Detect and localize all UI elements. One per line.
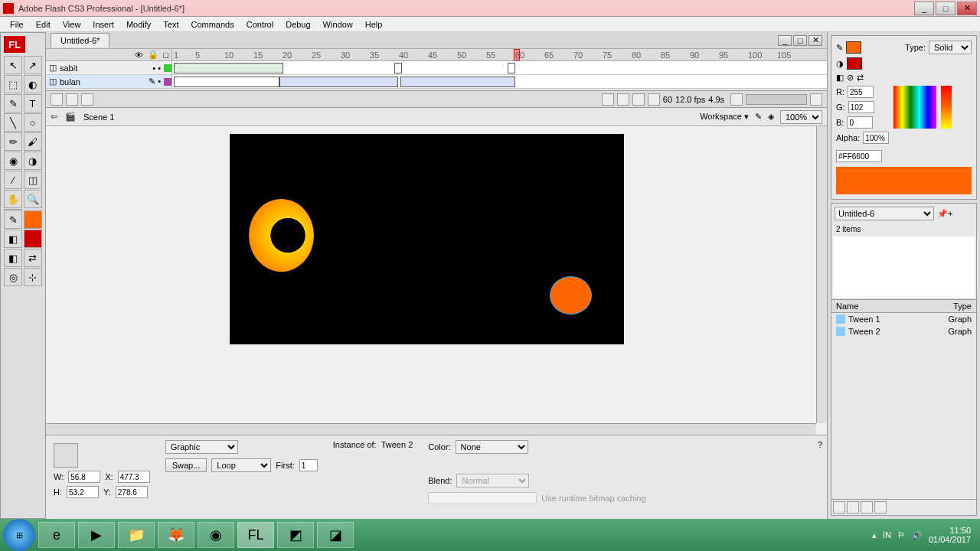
flash-taskbar-icon[interactable]: FL: [237, 522, 274, 548]
lock-icon[interactable]: 🔒: [148, 50, 158, 60]
menu-view[interactable]: View: [57, 18, 87, 31]
app-icon[interactable]: ◪: [317, 522, 354, 548]
zoom-tool[interactable]: 🔍: [24, 190, 42, 208]
layer-name[interactable]: bulan: [60, 77, 80, 86]
ie-icon[interactable]: e: [38, 522, 75, 548]
keyframe[interactable]: [508, 63, 515, 73]
scene-name[interactable]: Scene 1: [83, 112, 114, 122]
fill-color-swatch[interactable]: [847, 57, 862, 70]
stroke-swatch[interactable]: [24, 210, 42, 229]
close-button[interactable]: ✕: [957, 2, 977, 15]
app-icon[interactable]: ◩: [277, 522, 314, 548]
stroke-color-swatch[interactable]: [846, 41, 861, 54]
frames-track[interactable]: [172, 75, 827, 88]
menu-debug[interactable]: Debug: [280, 18, 315, 31]
vertical-scrollbar[interactable]: [816, 126, 827, 423]
doc-restore[interactable]: □: [793, 35, 807, 46]
menu-modify[interactable]: Modify: [121, 18, 156, 31]
outline-icon[interactable]: □: [163, 51, 168, 60]
bucket-icon[interactable]: ◑: [836, 59, 844, 69]
menu-file[interactable]: File: [5, 18, 29, 31]
snap-icon[interactable]: ◎: [4, 268, 22, 286]
scroll-left-icon[interactable]: [730, 93, 743, 106]
lasso-tool[interactable]: ◐: [24, 75, 42, 93]
black-white-icon[interactable]: ◧: [4, 249, 22, 267]
frame-ruler[interactable]: 1 5 10 15 20 25 30 35 40 45 50 55 60 65 …: [172, 49, 827, 60]
delete-layer-icon[interactable]: [81, 93, 93, 106]
pen-tool[interactable]: ✎: [4, 94, 22, 112]
color-effect-select[interactable]: None: [456, 440, 528, 454]
flag-icon[interactable]: 🏳: [897, 530, 906, 540]
blend-select[interactable]: Normal: [456, 474, 529, 487]
menu-edit[interactable]: Edit: [31, 18, 56, 31]
swap-button[interactable]: Swap...: [165, 458, 207, 472]
document-tab[interactable]: Untitled-6*: [51, 33, 109, 47]
free-transform-tool[interactable]: ⬚: [4, 75, 22, 93]
hand-tool[interactable]: ✋: [4, 190, 22, 208]
symbol-type-select[interactable]: Graphic: [165, 440, 238, 454]
eraser-tool[interactable]: ◫: [24, 171, 42, 189]
start-button[interactable]: ⊞: [3, 519, 35, 551]
horizontal-scrollbar[interactable]: [46, 423, 816, 435]
x-input[interactable]: [118, 471, 150, 483]
tween-span[interactable]: [400, 77, 515, 87]
tween-span[interactable]: [174, 63, 283, 73]
frames-track[interactable]: [172, 61, 827, 74]
scroll-right-icon[interactable]: [810, 93, 822, 106]
alpha-input[interactable]: [863, 132, 889, 144]
clock[interactable]: 11:50 01/04/2017: [929, 526, 971, 544]
menu-window[interactable]: Window: [318, 18, 358, 31]
text-tool[interactable]: T: [24, 94, 42, 112]
hue-slider[interactable]: [941, 86, 952, 129]
stage[interactable]: [230, 134, 624, 344]
selected-instance[interactable]: [550, 276, 592, 315]
pencil-icon[interactable]: ✎: [836, 43, 843, 53]
brush-tool[interactable]: 🖌: [24, 132, 42, 151]
runtime-checkbox[interactable]: [428, 492, 537, 504]
swap-colors-icon[interactable]: ⇄: [24, 249, 42, 267]
b-input[interactable]: [847, 116, 873, 129]
menu-insert[interactable]: Insert: [87, 18, 119, 31]
layer-row[interactable]: ◫ bulan ✎ •: [46, 75, 827, 89]
pin-icon[interactable]: 📌: [937, 209, 948, 219]
layer-name[interactable]: sabit: [60, 64, 77, 73]
hex-input[interactable]: [836, 150, 882, 162]
color-spectrum[interactable]: [893, 86, 936, 129]
g-input[interactable]: [848, 101, 874, 113]
new-folder-icon[interactable]: [66, 93, 78, 106]
frame-span[interactable]: [174, 77, 279, 87]
new-layer-icon[interactable]: [51, 93, 63, 106]
doc-close[interactable]: ✕: [808, 35, 822, 46]
back-icon[interactable]: ⇦: [51, 112, 57, 122]
volume-icon[interactable]: 🔊: [912, 530, 923, 540]
new-folder-icon[interactable]: [847, 501, 859, 514]
fill-type-select[interactable]: Solid: [929, 41, 972, 54]
name-header[interactable]: Name: [836, 302, 953, 311]
fill-swatch[interactable]: [24, 230, 42, 248]
straighten-icon[interactable]: ⊹: [24, 268, 42, 286]
stroke-color[interactable]: ✎: [4, 210, 22, 229]
eye-icon[interactable]: 👁: [135, 51, 143, 60]
keyframe[interactable]: [394, 63, 402, 73]
onion-skin-icon[interactable]: [602, 93, 614, 106]
w-input[interactable]: [68, 471, 100, 483]
media-icon[interactable]: ▶: [78, 522, 115, 548]
library-item[interactable]: Tween 2 Graph: [831, 325, 976, 337]
first-input[interactable]: [299, 459, 318, 471]
tween-span[interactable]: [279, 77, 398, 87]
library-doc-select[interactable]: Untitled-6: [835, 207, 934, 220]
firefox-icon[interactable]: 🦊: [158, 522, 194, 548]
bw-icon[interactable]: ◧: [836, 73, 844, 83]
loop-select[interactable]: Loop: [211, 458, 271, 472]
menu-control[interactable]: Control: [241, 18, 279, 31]
maximize-button[interactable]: □: [936, 2, 956, 15]
menu-commands[interactable]: Commands: [185, 18, 239, 31]
ink-bottle-tool[interactable]: ◉: [4, 152, 22, 170]
swap-icon[interactable]: ⇄: [857, 73, 864, 83]
y-input[interactable]: [116, 486, 148, 498]
moon-shape[interactable]: [249, 199, 314, 272]
subselection-tool[interactable]: ↗: [24, 56, 42, 74]
help-icon[interactable]: ?: [818, 440, 822, 449]
new-symbol-icon[interactable]: [833, 501, 845, 514]
edit-scene-icon[interactable]: ✎: [755, 112, 762, 122]
